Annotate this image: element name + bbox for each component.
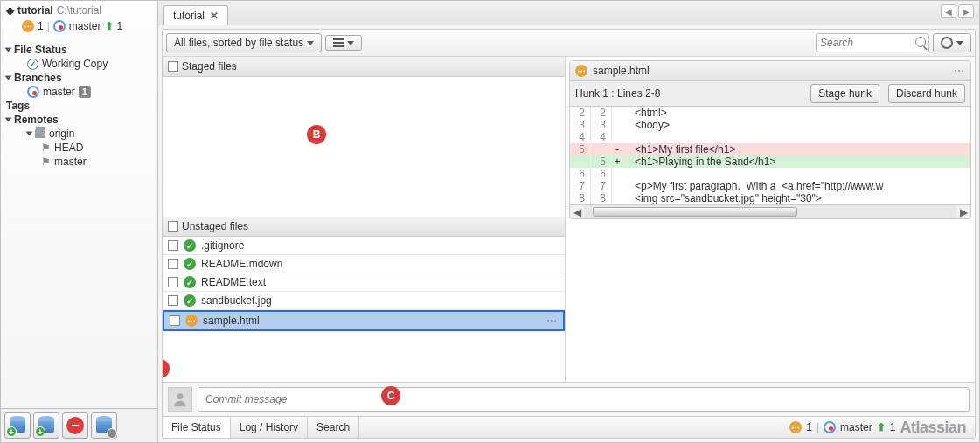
repo-path: C:\tutorial [57, 4, 101, 17]
server-icon [35, 129, 45, 138]
diff-body[interactable]: 22 <html>33 <body>44 5- <h1>My first fil… [570, 107, 970, 204]
more-icon[interactable]: ⋯ [546, 315, 558, 327]
branch-icon [53, 20, 66, 32]
commit-message-input[interactable] [198, 387, 970, 412]
staged-files-list: B [163, 77, 565, 217]
close-icon[interactable]: ✕ [210, 10, 219, 22]
h-scrollbar[interactable]: ◀▶ [570, 204, 970, 218]
diff-pane: ⋯ sample.html ⋯ Hunk 1 : Lines 2-8 Stage… [566, 57, 975, 382]
search-input[interactable] [816, 33, 929, 52]
nav-next-button[interactable]: ▶ [958, 4, 974, 18]
repo-name: tutorial [17, 4, 53, 17]
file-row[interactable]: ⋯sample.html⋯ [163, 310, 565, 331]
tab-search[interactable]: Search [308, 417, 359, 438]
bottom-toolbar: + + − [1, 408, 157, 442]
tab-tutorial[interactable]: tutorial ✕ [163, 5, 228, 25]
nav-prev-button[interactable]: ◀ [941, 4, 956, 18]
tab-log-history[interactable]: Log / History [231, 417, 308, 438]
checkbox[interactable] [168, 221, 178, 232]
settings-button[interactable] [91, 412, 117, 439]
branch-master[interactable]: master 1 [6, 85, 152, 99]
branch-icon [824, 421, 836, 433]
file-name: .gitignore [201, 239, 244, 252]
ahead-icon: ⬆ [877, 421, 886, 433]
commit-area: C [163, 382, 975, 416]
checkbox[interactable] [168, 61, 178, 72]
diff-line: 44 [570, 131, 970, 143]
checkbox[interactable] [170, 315, 180, 326]
avatar [168, 387, 192, 412]
unstaged-header[interactable]: Unstaged files [163, 217, 565, 237]
staged-header[interactable]: Staged files [163, 57, 565, 77]
file-name: README.text [201, 276, 266, 288]
repo-header[interactable]: ◆ tutorial C:\tutorial [1, 1, 157, 20]
pending-count: 1 [38, 20, 44, 32]
branches-section[interactable]: Branches [6, 71, 152, 85]
nav-tree: File Status ✓Working Copy Branches maste… [1, 38, 157, 408]
clean-icon: ✓ [184, 276, 196, 288]
clean-icon: ✓ [184, 294, 196, 307]
checkbox[interactable] [168, 259, 178, 269]
ahead-count: 1 [890, 421, 896, 433]
modified-icon: ⋯ [185, 315, 198, 327]
diff-filename: sample.html [593, 65, 650, 77]
remote-origin[interactable]: origin [6, 127, 152, 141]
tab-file-status[interactable]: File Status [163, 417, 231, 438]
diff-line: 5+ <h1>Playing in the Sand</h1> [570, 156, 970, 168]
stage-hunk-button[interactable]: Stage hunk [810, 84, 879, 103]
content: All files, sorted by file status Staged … [162, 29, 976, 439]
marker-b: B [307, 125, 326, 144]
remote-master[interactable]: ⚑master [6, 155, 152, 169]
diff-line: 77 <p>My first paragraph. With a <a href… [570, 180, 970, 192]
clone-button[interactable]: + [4, 412, 31, 439]
remove-button[interactable]: − [62, 412, 88, 439]
modified-icon: ⋯ [575, 65, 587, 77]
checkbox[interactable] [168, 277, 178, 287]
diff-line: 33 <body> [570, 119, 970, 131]
diff-header: ⋯ sample.html ⋯ [570, 61, 970, 81]
unstaged-files-list: A ✓.gitignore✓README.mdown✓README.text✓s… [163, 237, 565, 382]
hunk-label: Hunk 1 : Lines 2-8 [575, 87, 660, 100]
gear-icon [941, 37, 953, 49]
footer: File Status Log / History Search ⋯ 1 | m… [163, 416, 975, 438]
svg-point-0 [177, 393, 184, 399]
diff-line: 66 [570, 168, 970, 180]
file-row[interactable]: ✓.gitignore [163, 237, 565, 255]
file-row[interactable]: ✓README.text [163, 273, 565, 292]
clean-icon: ✓ [184, 258, 196, 270]
repo-icon: ◆ [6, 4, 14, 17]
add-button[interactable]: + [33, 412, 59, 439]
diff-line: 22 <html> [570, 107, 970, 119]
file-row[interactable]: ✓sandbucket.jpg [163, 292, 565, 310]
clean-icon: ✓ [184, 239, 196, 252]
checkbox[interactable] [168, 295, 178, 306]
file-name: README.mdown [201, 258, 282, 270]
tab-bar: tutorial ✕ ◀ ▶ [158, 1, 979, 25]
working-copy[interactable]: ✓Working Copy [6, 57, 152, 71]
view-mode-button[interactable] [325, 35, 362, 51]
checkbox[interactable] [168, 240, 178, 251]
file-name: sample.html [203, 315, 260, 327]
discard-hunk-button[interactable]: Discard hunk [888, 84, 965, 103]
ahead-icon: ⬆ [105, 20, 114, 32]
tags-section[interactable]: Tags [6, 99, 152, 113]
ahead-count: 1 [117, 20, 123, 32]
remotes-section[interactable]: Remotes [6, 113, 152, 127]
brand-logo: Atlassian [900, 419, 966, 437]
file-status-section[interactable]: File Status [6, 43, 152, 57]
diff-line: 5- <h1>My first file</h1> [570, 143, 970, 156]
more-icon[interactable]: ⋯ [954, 65, 965, 77]
settings-dropdown[interactable] [933, 33, 971, 52]
file-name: sandbucket.jpg [201, 294, 272, 307]
hunk-bar: Hunk 1 : Lines 2-8 Stage hunk Discard hu… [570, 81, 970, 107]
sidebar: ◆ tutorial C:\tutorial ⋯ 1 | master ⬆ 1 … [1, 1, 158, 442]
pending-count: 1 [806, 421, 812, 433]
check-icon: ✓ [27, 59, 38, 70]
marker-a: A [163, 359, 170, 378]
remote-head[interactable]: ⚑HEAD [6, 141, 152, 155]
file-row[interactable]: ✓README.mdown [163, 255, 565, 273]
files-pane: Staged files B Unstaged files A ✓.gitign… [163, 57, 566, 382]
filter-dropdown[interactable]: All files, sorted by file status [166, 33, 322, 52]
tab-label: tutorial [173, 10, 205, 22]
branch-name: master [840, 421, 872, 433]
